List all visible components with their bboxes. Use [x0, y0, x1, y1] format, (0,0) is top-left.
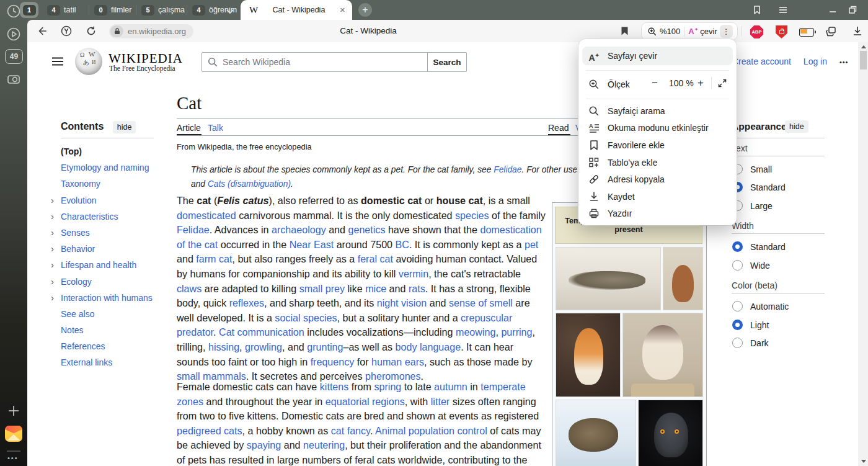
kebab-menu-button[interactable]: ⋮: [720, 25, 733, 38]
zoom-in-button[interactable]: +: [698, 77, 704, 89]
radio-color-automatic[interactable]: [732, 301, 743, 311]
sidebar-more-dots-icon[interactable]: •••: [7, 454, 19, 462]
radio-label[interactable]: Dark: [750, 338, 769, 348]
active-tab[interactable]: W Cat - Wikipedia ✕: [241, 0, 352, 20]
scrollbar-thumb[interactable]: [860, 51, 867, 69]
tab-counter-badge[interactable]: 49: [5, 49, 23, 64]
toc-item[interactable]: See also: [61, 306, 175, 322]
toc-item[interactable]: ›Evolution: [61, 192, 175, 208]
chevron-right-icon[interactable]: ›: [51, 241, 54, 257]
toc-item[interactable]: ›Characteristics: [61, 208, 175, 225]
tab-group-active[interactable]: 1: [20, 2, 38, 18]
chevron-right-icon[interactable]: ›: [51, 225, 54, 241]
wiki-hamburger-icon[interactable]: [52, 57, 63, 66]
toc-item[interactable]: ›Behavior: [61, 241, 175, 257]
scroll-up-arrow[interactable]: [861, 45, 866, 48]
zoom-out-button[interactable]: −: [652, 77, 658, 89]
tab-group-filmler[interactable]: 0 filmler: [94, 4, 131, 16]
menu-item-save[interactable]: Kaydet: [582, 188, 733, 205]
toc-item[interactable]: Etymology and naming: [61, 159, 175, 176]
translate-label[interactable]: çevir: [700, 27, 717, 36]
back-icon[interactable]: [36, 25, 47, 37]
menu-item-add-to-tableau[interactable]: Tablo'ya ekle: [582, 154, 733, 171]
menu-item-reader-mode[interactable]: A Okuma modunu etkinleştir: [582, 120, 733, 137]
toc-item[interactable]: Taxonomy: [61, 176, 175, 192]
cat-photo-snow-tabby[interactable]: [556, 400, 636, 466]
groups-chevron-down-icon[interactable]: [226, 6, 234, 12]
refresh-icon[interactable]: [86, 25, 97, 37]
chevron-right-icon[interactable]: ›: [51, 274, 54, 290]
play-icon[interactable]: [6, 26, 22, 42]
bookmark-flag-icon[interactable]: [620, 26, 629, 36]
yandex-mail-icon[interactable]: [5, 426, 22, 442]
toc-item[interactable]: Notes: [61, 322, 175, 338]
more-options-icon[interactable]: •••: [839, 58, 849, 66]
radio-label[interactable]: Small: [750, 164, 772, 174]
menu-item-add-to-favorites[interactable]: Favorilere ekle: [582, 137, 733, 154]
url-chip[interactable]: en.wikipedia.org: [109, 24, 193, 38]
chevron-right-icon[interactable]: ›: [51, 290, 54, 306]
toc-item-top[interactable]: (Top): [61, 143, 175, 159]
wiki-search-button[interactable]: Search: [428, 52, 467, 72]
toc-item[interactable]: ›Senses: [61, 225, 175, 241]
menu-item-copy-address[interactable]: Adresi kopyala: [582, 171, 733, 188]
log-in-link[interactable]: Log in: [804, 56, 827, 66]
tab-group-tatil[interactable]: 4 tatil: [47, 4, 76, 16]
radio-width-standard[interactable]: [732, 241, 743, 252]
wikipedia-globe-logo[interactable]: Ω W あ И: [75, 48, 102, 75]
menu-item-print[interactable]: Yazdır: [582, 205, 733, 223]
cat-photo-abyssinian[interactable]: [663, 248, 702, 310]
contents-hide-button[interactable]: hide: [113, 121, 136, 133]
chevron-right-icon[interactable]: ›: [51, 192, 54, 208]
cat-photo-ginger-white[interactable]: [556, 313, 620, 397]
wiki-search-box[interactable]: [202, 52, 428, 72]
appearance-hide-button[interactable]: hide: [785, 120, 808, 133]
toc-item[interactable]: ›Lifespan and health: [61, 257, 175, 273]
fullscreen-expand-icon[interactable]: [717, 78, 727, 88]
chevron-right-icon[interactable]: ›: [51, 208, 54, 225]
radio-label[interactable]: Automatic: [750, 302, 789, 311]
sidebar-plus-icon[interactable]: [6, 403, 22, 419]
screen-share-icon[interactable]: [6, 71, 22, 87]
restore-window-icon[interactable]: [847, 4, 858, 16]
menu-item-find-in-page[interactable]: Sayfaiçi arama: [582, 102, 733, 120]
toc-item[interactable]: ›Ecology: [61, 274, 175, 290]
zoom-level-label[interactable]: %100: [660, 27, 680, 36]
tab-close-icon[interactable]: ✕: [340, 6, 345, 14]
radio-label[interactable]: Wide: [750, 261, 770, 271]
scroll-down-arrow[interactable]: [861, 460, 866, 463]
tab-group-calisma[interactable]: 5 çalışma: [141, 4, 185, 16]
tab-read[interactable]: Read: [548, 123, 569, 133]
radio-label[interactable]: Large: [750, 201, 773, 211]
close-window-icon[interactable]: [866, 4, 868, 16]
toc-item[interactable]: External links: [61, 354, 175, 370]
lock-icon[interactable]: [110, 25, 123, 37]
wiki-search-input[interactable]: [221, 56, 427, 68]
radio-label[interactable]: Light: [750, 320, 769, 330]
cat-photo-gray[interactable]: [639, 400, 702, 466]
toc-item[interactable]: References: [61, 338, 175, 354]
tab-article[interactable]: Article: [177, 123, 201, 133]
yandex-services-icon[interactable]: [61, 25, 72, 37]
battery-icon[interactable]: [799, 28, 814, 37]
page-scrollbar[interactable]: [858, 42, 868, 466]
download-icon[interactable]: [852, 25, 863, 37]
radio-color-dark[interactable]: [732, 338, 743, 348]
cat-photo-siamese[interactable]: [623, 313, 702, 397]
radio-width-wide[interactable]: [732, 260, 743, 271]
window-menu-icon[interactable]: [777, 4, 789, 16]
tab-talk[interactable]: Talk: [208, 123, 223, 133]
menu-item-translate-page[interactable]: A✦ Sayfayı çevir: [582, 47, 733, 65]
minimize-icon[interactable]: [827, 4, 838, 16]
chevron-right-icon[interactable]: ›: [51, 257, 54, 273]
radio-label[interactable]: Standard: [750, 242, 786, 252]
abp-icon[interactable]: ABP: [750, 25, 763, 38]
create-account-link[interactable]: Create account: [732, 56, 791, 66]
shield-lock-icon[interactable]: [776, 25, 787, 38]
radio-label[interactable]: Standard: [750, 182, 786, 192]
cat-photo-tabby-lying[interactable]: [556, 248, 660, 310]
new-tab-button[interactable]: +: [358, 3, 372, 17]
radio-color-light[interactable]: [732, 320, 743, 330]
toc-item[interactable]: ›Interaction with humans: [61, 290, 175, 306]
windows-icon[interactable]: [825, 25, 837, 38]
